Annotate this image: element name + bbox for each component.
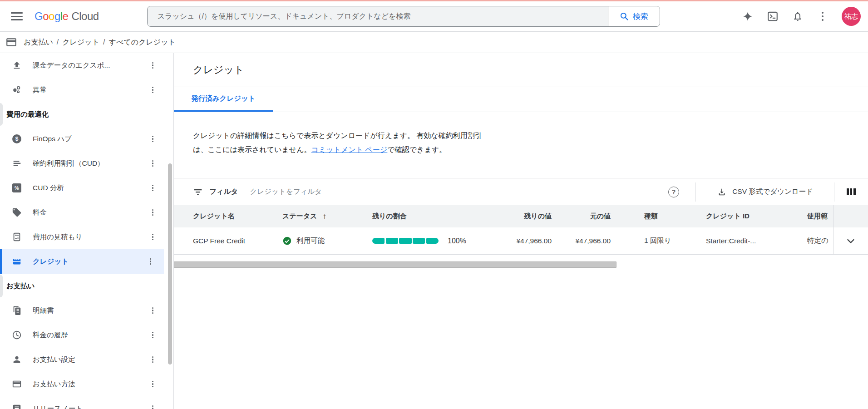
toolbar-actions: ? CSV 形式でダウンロード <box>668 178 868 205</box>
table-toolbar: フィルタ クレジットをフィルタ ? CSV 形式でダウンロード <box>174 178 868 205</box>
search-input[interactable] <box>148 6 608 26</box>
filter-input[interactable]: フィルタ クレジットをフィルタ <box>174 187 322 197</box>
sidebar-item-cud-analysis[interactable]: % CUD 分析 <box>0 176 173 200</box>
cell-credit-name: GCP Free Credit <box>174 237 282 245</box>
col-header-remaining-percent[interactable]: 残りの割合 <box>372 212 484 221</box>
main-panel: クレジット 発行済みクレジット クレジットの詳細情報はこちらで表示とダウンロード… <box>174 53 868 409</box>
page-header: クレジット <box>174 53 868 87</box>
item-overflow-icon[interactable] <box>152 184 154 192</box>
sidebar-item-credits[interactable]: クレジット <box>0 249 164 274</box>
row-expand-button[interactable] <box>833 227 867 254</box>
sidebar-item-payment-method[interactable]: お支払い方法 <box>0 372 173 396</box>
column-display-icon[interactable] <box>834 178 868 205</box>
item-overflow-icon[interactable] <box>152 61 154 70</box>
breadcrumb-credits[interactable]: クレジット <box>62 38 99 47</box>
sidebar-item-label: FinOps ハブ <box>33 134 152 144</box>
col-header-remaining-value[interactable]: 残りの値 <box>484 212 552 221</box>
item-overflow-icon[interactable] <box>152 86 154 94</box>
col-header-status[interactable]: ステータス ↑ <box>282 212 372 221</box>
search-box: 検索 <box>147 6 660 27</box>
sidebar-item-label: お支払い設定 <box>33 355 152 365</box>
col-header-status-label: ステータス <box>282 212 317 221</box>
breadcrumb: お支払い / クレジット / すべてのクレジット <box>0 32 868 53</box>
filter-label: フィルタ <box>209 187 238 197</box>
sidebar-item-label: 明細書 <box>33 306 152 315</box>
section-label: お支払い <box>6 281 35 291</box>
terminal-glyph <box>767 10 779 22</box>
sidebar-item-cud[interactable]: 確約利用割引（CUD） <box>0 151 173 176</box>
sidebar-item-invoices[interactable]: 明細書 <box>0 298 173 323</box>
tab-bar: 発行済みクレジット <box>174 87 868 112</box>
item-overflow-icon[interactable] <box>152 380 154 389</box>
finops-dollar-icon: $ <box>12 134 22 144</box>
clock-icon <box>12 330 22 340</box>
search-button-label: 検索 <box>633 11 648 22</box>
item-overflow-icon[interactable] <box>152 233 154 241</box>
help-icon[interactable]: ? <box>668 187 679 197</box>
cloud-shell-icon[interactable] <box>767 10 779 22</box>
sidebar-item-finops-hub[interactable]: $ FinOps ハブ <box>0 127 173 151</box>
sidebar-item-payment-settings[interactable]: お支払い設定 <box>0 347 173 372</box>
horizontal-scrollbar-track <box>174 261 867 268</box>
item-overflow-icon[interactable] <box>152 331 154 340</box>
sidebar-item-pricing[interactable]: 料金 <box>0 200 173 225</box>
col-header-credit-name[interactable]: クレジット名 <box>174 212 282 221</box>
item-overflow-icon[interactable] <box>152 306 154 315</box>
sidebar-item-label: CUD 分析 <box>33 183 152 193</box>
sidebar-scrollbar[interactable] <box>168 163 172 365</box>
chevron-down-icon <box>845 236 856 246</box>
google-cloud-logo[interactable]: G o o g l e Cloud <box>35 10 99 23</box>
sidebar-item-cost-history[interactable]: 料金の履歴 <box>0 323 173 347</box>
search-button[interactable]: 検索 <box>608 6 660 26</box>
sidebar-item-label: 確約利用割引（CUD） <box>33 159 152 168</box>
billing-card-icon <box>5 36 17 48</box>
item-overflow-icon[interactable] <box>152 159 154 168</box>
documents-icon <box>12 306 22 315</box>
gemini-sparkle-icon[interactable] <box>742 10 754 22</box>
sidebar-item-label: リリースノート <box>33 404 152 409</box>
filter-icon <box>193 187 203 197</box>
item-overflow-icon[interactable] <box>152 135 154 143</box>
topbar-actions: 祐志 <box>742 7 861 26</box>
logo-letter: o <box>43 10 49 23</box>
avatar[interactable]: 祐志 <box>842 7 861 26</box>
breadcrumb-payments[interactable]: お支払い <box>24 38 53 47</box>
more-options-icon[interactable] <box>817 10 829 22</box>
notifications-bell-icon[interactable] <box>792 10 804 22</box>
download-csv-button[interactable]: CSV 形式でダウンロード <box>696 178 834 205</box>
item-overflow-icon[interactable] <box>152 355 154 364</box>
sidebar-item-release-notes[interactable]: リリースノート <box>0 396 173 409</box>
sidebar-item-label: クレジット <box>33 257 150 266</box>
bell-glyph <box>792 11 803 22</box>
item-overflow-icon[interactable] <box>152 208 154 217</box>
table-row: GCP Free Credit 利用可能 100% ¥47,966.00 ¥47… <box>174 227 868 255</box>
col-header-credit-id[interactable]: クレジット ID <box>706 212 807 221</box>
sidebar-item-cost-estimate[interactable]: 費用の見積もり <box>0 225 173 249</box>
top-bar: G o o g l e Cloud 検索 <box>0 1 868 32</box>
tab-issued-credits[interactable]: 発行済みクレジット <box>174 87 273 112</box>
col-header-original-value[interactable]: 元の値 <box>552 212 611 221</box>
col-header-scope[interactable]: 使用範 <box>807 212 833 221</box>
sidebar-item-billing-export[interactable]: 課金データのエクスポ... <box>0 53 173 78</box>
breadcrumb-all-credits[interactable]: すべてのクレジット <box>109 38 176 47</box>
sidebar-item-anomalies[interactable]: 異常 <box>0 78 173 102</box>
logo-letter: e <box>63 10 69 23</box>
person-icon <box>12 355 22 365</box>
item-overflow-icon[interactable] <box>152 404 154 409</box>
percent-icon: % <box>12 183 22 193</box>
progress-percent-label: 100% <box>448 237 466 245</box>
menu-icon[interactable] <box>11 11 23 22</box>
sidebar-item-label: お支払い方法 <box>33 379 152 389</box>
progress-bar <box>372 238 439 244</box>
commitments-page-link[interactable]: コミットメント ページ <box>311 146 388 153</box>
tag-icon <box>12 207 22 217</box>
cell-original-value: ¥47,966.00 <box>552 237 611 245</box>
horizontal-scrollbar[interactable] <box>174 261 616 268</box>
cell-scope: 特定の <box>807 236 833 246</box>
table-header-row: クレジット名 ステータス ↑ 残りの割合 残りの値 元の値 種類 クレジット I… <box>174 205 868 227</box>
cell-credit-id: Starter:Credit-... <box>706 237 807 245</box>
col-header-type[interactable]: 種類 <box>611 212 706 221</box>
item-overflow-icon[interactable] <box>150 257 152 266</box>
sidebar-item-label: 異常 <box>33 85 152 95</box>
logo-letter: G <box>35 10 43 23</box>
